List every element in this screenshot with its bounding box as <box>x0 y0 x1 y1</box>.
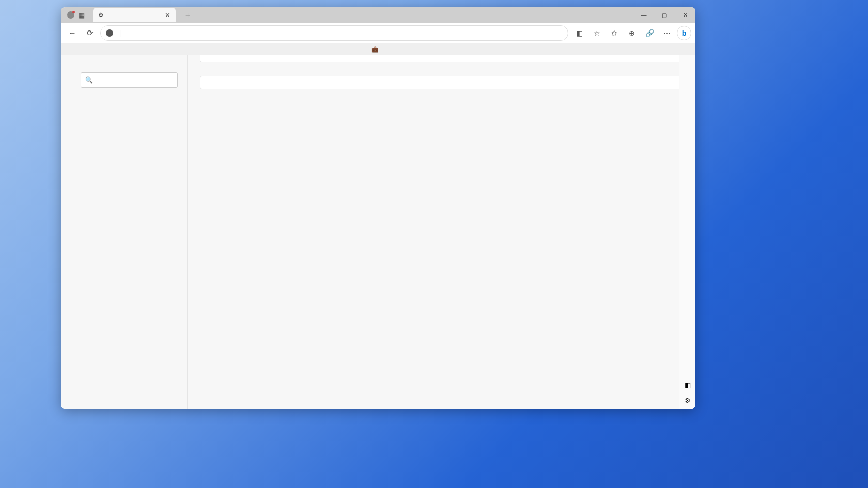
profile-icon[interactable] <box>67 11 74 19</box>
settings-main <box>188 55 695 409</box>
tab-settings[interactable]: ⚙ ✕ <box>93 8 176 22</box>
address-bar[interactable]: | <box>100 25 568 41</box>
close-tab-icon[interactable]: ✕ <box>165 11 171 19</box>
browser-window: ▦ ⚙ ✕ ＋ — ▢ ✕ ← ⟳ | ◧ ☆ ✩ ⊕ 🔗 <box>61 7 695 409</box>
back-button[interactable]: ← <box>65 26 80 40</box>
partial-previous-panel <box>200 55 683 62</box>
refresh-button[interactable]: ⟳ <box>83 26 97 40</box>
gear-icon: ⚙ <box>98 11 104 19</box>
toolbar-buttons-panel <box>200 76 683 89</box>
extensions-icon[interactable]: 🔗 <box>642 25 657 41</box>
titlebar: ▦ ⚙ ✕ ＋ — ▢ ✕ <box>61 7 695 23</box>
minimize-button[interactable]: — <box>633 7 654 23</box>
browser-toolbar: ← ⟳ | ◧ ☆ ✩ ⊕ 🔗 ⋯ b <box>61 23 695 43</box>
close-window-button[interactable]: ✕ <box>675 7 695 23</box>
new-tab-button[interactable]: ＋ <box>184 10 192 20</box>
sidebar-split-icon[interactable]: ◧ <box>683 380 692 389</box>
collections-icon[interactable]: ⊕ <box>624 25 640 41</box>
split-screen-icon[interactable]: ◧ <box>571 25 587 41</box>
edge-logo-icon <box>106 29 113 37</box>
more-menu-icon[interactable]: ⋯ <box>659 25 675 41</box>
favorite-star-icon[interactable]: ☆ <box>589 25 605 41</box>
edge-right-sidebar: ◧ ⚙ <box>679 55 695 409</box>
sidebar-settings-icon[interactable]: ⚙ <box>683 396 692 405</box>
panel-header <box>200 76 683 89</box>
briefcase-icon: 💼 <box>371 46 379 53</box>
managed-infobar: 💼 <box>61 43 695 55</box>
bing-icon[interactable]: b <box>677 26 691 40</box>
settings-sidebar: 🔍 <box>61 55 188 409</box>
search-icon: 🔍 <box>85 76 93 84</box>
maximize-button[interactable]: ▢ <box>654 7 675 23</box>
favorites-list-icon[interactable]: ✩ <box>607 25 622 41</box>
tab-actions-icon[interactable]: ▦ <box>79 11 85 19</box>
settings-heading <box>61 65 187 72</box>
search-settings-input[interactable]: 🔍 <box>81 72 178 88</box>
